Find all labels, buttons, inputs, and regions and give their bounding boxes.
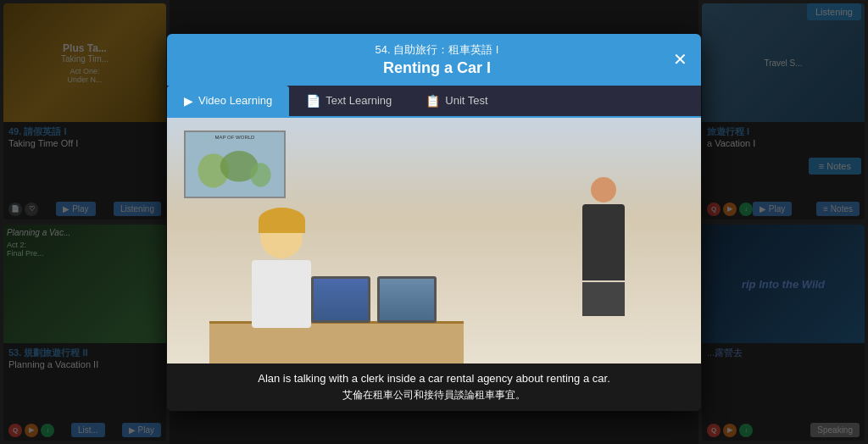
- scene-map: MAP OF WORLD: [184, 130, 286, 198]
- svg-point-2: [250, 163, 270, 186]
- subtitle-chinese: 艾倫在租車公司和接待員談論租車事宜。: [175, 388, 693, 402]
- video-wrapper: MAP OF WORLD: [167, 118, 701, 364]
- subtitle-english: Alan is talking with a clerk inside a ca…: [175, 372, 693, 385]
- tab-text-learning[interactable]: 📄 Text Learning: [289, 86, 409, 116]
- scene-monitor-2: [377, 276, 437, 323]
- tab-unit-label: Unit Test: [445, 94, 487, 107]
- monitor-2-screen: [380, 279, 434, 320]
- modal-close-button[interactable]: ✕: [673, 51, 687, 68]
- scene-person-sitting: [252, 208, 311, 330]
- tab-video-learning[interactable]: ▶ Video Learning: [167, 86, 289, 116]
- scene-map-bg: MAP OF WORLD: [186, 132, 284, 197]
- modal-tabs: ▶ Video Learning 📄 Text Learning 📋 Unit …: [167, 86, 701, 118]
- modal-overlay: 54. 自助旅行：租車英語 I Renting a Car I ✕ ▶ Vide…: [0, 0, 868, 444]
- video-scene: MAP OF WORLD: [167, 118, 701, 364]
- scene-desk: [209, 321, 464, 364]
- sitting-person-hair: [259, 208, 305, 233]
- video-tab-icon: ▶: [184, 94, 193, 108]
- scene-person-standing: [574, 177, 633, 313]
- modal-body: MAP OF WORLD: [167, 118, 701, 411]
- modal-title-block: 54. 自助旅行：租車英語 I Renting a Car I: [201, 42, 673, 77]
- subtitles-area: Alan is talking with a clerk inside a ca…: [167, 364, 701, 411]
- tab-text-label: Text Learning: [326, 94, 392, 107]
- modal-dialog: 54. 自助旅行：租車英語 I Renting a Car I ✕ ▶ Vide…: [167, 34, 701, 411]
- video-frame: MAP OF WORLD: [167, 118, 701, 364]
- tab-video-label: Video Learning: [198, 94, 272, 107]
- tab-unit-test[interactable]: 📋 Unit Test: [409, 86, 504, 116]
- monitor-1-screen: [314, 279, 368, 320]
- sitting-person-body: [252, 260, 311, 328]
- modal-title-main: Renting a Car I: [201, 59, 673, 77]
- scene-map-label: MAP OF WORLD: [215, 135, 255, 140]
- standing-person-head: [591, 177, 616, 203]
- modal-header: 54. 自助旅行：租車英語 I Renting a Car I ✕: [167, 34, 701, 86]
- modal-title-sub: 54. 自助旅行：租車英語 I: [201, 42, 673, 58]
- scene-monitor-1: [311, 276, 370, 323]
- standing-person-legs: [582, 282, 625, 316]
- unit-tab-icon: 📋: [426, 94, 440, 108]
- text-tab-icon: 📄: [306, 94, 320, 108]
- standing-person-body: [582, 204, 625, 280]
- scene-map-svg: [186, 145, 284, 197]
